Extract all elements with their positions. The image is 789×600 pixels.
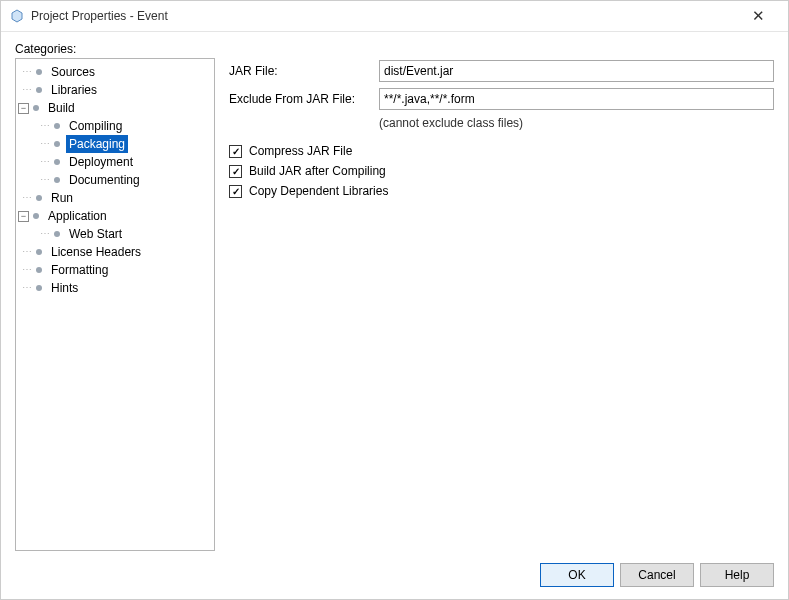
tree-item-run[interactable]: ⋯ Run <box>18 189 212 207</box>
compress-jar-label[interactable]: Compress JAR File <box>249 144 352 158</box>
app-icon <box>9 8 25 24</box>
cancel-button[interactable]: Cancel <box>620 563 694 587</box>
tree-item-deployment[interactable]: ⋯ Deployment <box>36 153 212 171</box>
dialog-window: Project Properties - Event ✕ Categories:… <box>0 0 789 600</box>
jar-file-input[interactable] <box>379 60 774 82</box>
tree-item-web-start[interactable]: ⋯ Web Start <box>36 225 212 243</box>
body: ⋯ Sources ⋯ Libraries − <box>15 58 774 551</box>
tree-item-libraries[interactable]: ⋯ Libraries <box>18 81 212 99</box>
build-jar-label[interactable]: Build JAR after Compiling <box>249 164 386 178</box>
copy-deps-checkbox-row[interactable]: ✓ Copy Dependent Libraries <box>229 184 774 198</box>
titlebar: Project Properties - Event ✕ <box>1 1 788 32</box>
window-title: Project Properties - Event <box>31 9 738 23</box>
checkbox-icon[interactable]: ✓ <box>229 165 242 178</box>
build-jar-checkbox-row[interactable]: ✓ Build JAR after Compiling <box>229 164 774 178</box>
tree-item-application[interactable]: − Application <box>18 207 212 225</box>
tree-item-compiling[interactable]: ⋯ Compiling <box>36 117 212 135</box>
copy-deps-label[interactable]: Copy Dependent Libraries <box>249 184 388 198</box>
categories-label: Categories: <box>15 42 774 56</box>
form-panel: JAR File: Exclude From JAR File: (cannot… <box>229 58 774 551</box>
tree-item-documenting[interactable]: ⋯ Documenting <box>36 171 212 189</box>
content-area: Categories: ⋯ Sources ⋯ Libraries <box>1 32 788 551</box>
jar-file-label: JAR File: <box>229 64 379 78</box>
ok-button[interactable]: OK <box>540 563 614 587</box>
exclude-label: Exclude From JAR File: <box>229 92 379 106</box>
help-button[interactable]: Help <box>700 563 774 587</box>
checkbox-icon[interactable]: ✓ <box>229 145 242 158</box>
tree-item-formatting[interactable]: ⋯ Formatting <box>18 261 212 279</box>
collapse-icon[interactable]: − <box>18 211 29 222</box>
compress-jar-checkbox-row[interactable]: ✓ Compress JAR File <box>229 144 774 158</box>
tree-item-build[interactable]: − Build <box>18 99 212 117</box>
exclude-input[interactable] <box>379 88 774 110</box>
tree-item-packaging[interactable]: ⋯ Packaging <box>36 135 212 153</box>
tree-item-license-headers[interactable]: ⋯ License Headers <box>18 243 212 261</box>
svg-marker-0 <box>12 10 22 22</box>
tree-item-sources[interactable]: ⋯ Sources <box>18 63 212 81</box>
close-icon[interactable]: ✕ <box>738 7 778 25</box>
collapse-icon[interactable]: − <box>18 103 29 114</box>
tree-item-hints[interactable]: ⋯ Hints <box>18 279 212 297</box>
categories-tree[interactable]: ⋯ Sources ⋯ Libraries − <box>15 58 215 551</box>
checkbox-icon[interactable]: ✓ <box>229 185 242 198</box>
exclude-hint: (cannot exclude class files) <box>379 116 774 130</box>
dialog-footer: OK Cancel Help <box>1 551 788 599</box>
